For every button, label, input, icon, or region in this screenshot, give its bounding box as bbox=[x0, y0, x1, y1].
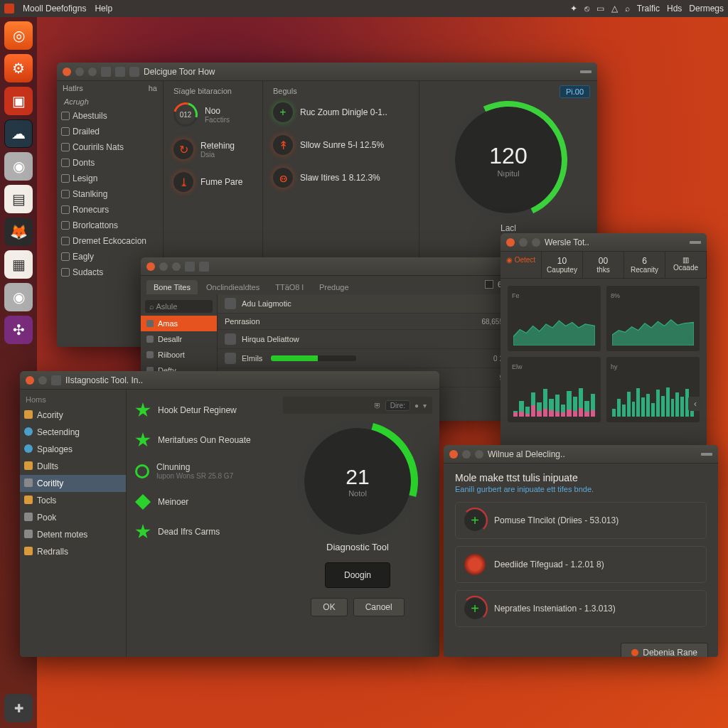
tab[interactable]: Preduge bbox=[312, 280, 356, 294]
sidebar-item[interactable]: Dullts bbox=[20, 458, 126, 475]
toolbar-tab[interactable]: 10Cauputey bbox=[542, 252, 583, 278]
tab-label: Oetect bbox=[515, 256, 535, 264]
search-icon[interactable]: ⌕ bbox=[625, 4, 630, 14]
sidebar-item[interactable]: Sectending bbox=[20, 424, 126, 441]
chevron-left-icon[interactable]: ‹ bbox=[688, 397, 702, 411]
launcher-gear[interactable]: ⚙ bbox=[4, 54, 33, 82]
launcher-app[interactable]: ✣ bbox=[4, 316, 33, 344]
sidebar-item[interactable]: Dremet Eckocacion bbox=[57, 233, 163, 249]
tray-demgs[interactable]: Dermegs bbox=[689, 4, 724, 14]
min-dash-icon[interactable] bbox=[580, 70, 592, 73]
close-button[interactable] bbox=[449, 450, 458, 459]
tab[interactable]: Onclindiealdtes bbox=[199, 280, 267, 294]
sidebar-item[interactable]: Ronecurs bbox=[57, 202, 163, 218]
titlebar[interactable]: Wilnue al Delecling.. bbox=[444, 445, 718, 464]
min-dash-icon[interactable] bbox=[690, 241, 701, 244]
diag-item[interactable]: Meritafues Oun Reouate bbox=[127, 425, 276, 455]
sidebar-item[interactable]: Donts bbox=[57, 155, 163, 171]
minimize-button[interactable] bbox=[159, 262, 168, 271]
run-button[interactable]: Doogin bbox=[325, 562, 390, 588]
sidebar-item[interactable]: Acority bbox=[20, 407, 126, 424]
diag-item[interactable]: Dead Ifrs Carms bbox=[127, 517, 276, 547]
row-label[interactable]: Hirqua Deliattow bbox=[242, 335, 299, 343]
maximize-button[interactable] bbox=[532, 238, 540, 247]
checkbox[interactable] bbox=[485, 280, 493, 289]
row-label[interactable]: Penrasion bbox=[225, 317, 260, 326]
sidebar-item[interactable]: Stanlking bbox=[57, 186, 163, 202]
cancel-button[interactable]: Canoel bbox=[353, 598, 405, 616]
toolbar-icon[interactable] bbox=[185, 262, 195, 272]
minimize-button[interactable] bbox=[75, 68, 84, 76]
stat-label: Ruc Zoum Dinigle 0-1.. bbox=[300, 107, 387, 117]
close-button[interactable] bbox=[63, 68, 71, 76]
launcher-firefox[interactable]: 🦊 bbox=[4, 218, 33, 246]
chevron-down-icon[interactable]: ▾ bbox=[423, 402, 427, 410]
toolbar-tab[interactable]: 6Recanity bbox=[624, 252, 665, 278]
tray-hds[interactable]: Hds bbox=[667, 4, 682, 14]
sidebar-item[interactable]: Lesign bbox=[57, 171, 163, 186]
sidebar-item[interactable]: Detent motes bbox=[20, 526, 126, 543]
tray-icon[interactable]: △ bbox=[611, 4, 618, 14]
minimize-button[interactable] bbox=[462, 450, 471, 459]
launcher-dash[interactable]: ◎ bbox=[4, 21, 33, 50]
tray-traffic[interactable]: Tralfic bbox=[637, 4, 660, 14]
menu-help[interactable]: Help bbox=[95, 4, 112, 14]
menu-app[interactable]: Mooll Deefofigns bbox=[23, 4, 86, 14]
toolbar-tab[interactable]: 00thks bbox=[583, 252, 624, 278]
close-button[interactable] bbox=[26, 376, 34, 385]
sidebar-item[interactable]: Tocls bbox=[20, 492, 126, 509]
toolbar-tab[interactable]: ◉ Oetect bbox=[500, 252, 542, 278]
search-input[interactable]: ⌕ Aslule bbox=[145, 300, 213, 313]
titlebar[interactable]: IIstagnostic Tool. In.. bbox=[20, 371, 439, 390]
toolbar-icon[interactable] bbox=[101, 67, 111, 77]
tab[interactable]: TTäO8 l bbox=[268, 280, 311, 294]
toolbar-tab[interactable]: ▥Ocaade bbox=[665, 252, 707, 278]
toolbar-icon[interactable] bbox=[51, 375, 61, 385]
tab[interactable]: Bone Tites bbox=[146, 280, 198, 294]
tray-icon[interactable]: ⎋ bbox=[584, 4, 589, 14]
launcher-notes[interactable]: ▦ bbox=[4, 250, 33, 279]
sidebar-item[interactable]: Couririls Nats bbox=[57, 139, 163, 155]
titlebar[interactable] bbox=[141, 257, 510, 276]
close-button[interactable] bbox=[146, 262, 155, 271]
maximize-button[interactable] bbox=[172, 262, 181, 271]
ok-button[interactable]: OK bbox=[311, 598, 347, 616]
sidebar-item[interactable]: Brorlcattons bbox=[57, 218, 163, 233]
sidebar-item[interactable]: Spaloges bbox=[20, 441, 126, 458]
dialog-option[interactable]: +Pomuse TIncilot (Driies - 53.013) bbox=[455, 502, 707, 539]
dialog-option[interactable]: Deediide Tifeguad - 1.2.01 8) bbox=[455, 546, 707, 583]
dialog-option[interactable]: +Nepratles Insteniation - 1.3.013) bbox=[455, 590, 707, 627]
sidebar-item[interactable]: Redralls bbox=[20, 543, 126, 560]
launcher-display[interactable]: ▣ bbox=[4, 87, 33, 115]
min-dash-icon[interactable] bbox=[701, 453, 712, 456]
minimize-button[interactable] bbox=[519, 238, 528, 247]
action-button[interactable]: Debenia Rane bbox=[621, 643, 708, 657]
launcher-camera[interactable]: ◉ bbox=[4, 152, 33, 181]
side-item[interactable]: Riiboort bbox=[141, 347, 217, 363]
diag-item[interactable]: Hook Detur Reginew bbox=[127, 395, 276, 425]
toolbar-icon[interactable] bbox=[199, 262, 209, 272]
row-label[interactable]: Elmils bbox=[242, 354, 262, 363]
tray-icon[interactable]: ✦ bbox=[570, 4, 577, 14]
row-label[interactable]: Adu Laigmotic bbox=[242, 299, 291, 308]
tray-icon[interactable]: ▭ bbox=[596, 4, 604, 14]
launcher-doc[interactable]: ▤ bbox=[4, 185, 33, 213]
sidebar-item[interactable]: Pook bbox=[20, 509, 126, 526]
minimize-button[interactable] bbox=[38, 376, 47, 385]
diag-item[interactable]: Meinoer bbox=[127, 487, 276, 517]
close-button[interactable] bbox=[506, 238, 515, 247]
toolbar-icon[interactable] bbox=[115, 67, 125, 77]
side-item[interactable]: Desallr bbox=[141, 331, 217, 347]
sidebar-item[interactable]: Coritlty bbox=[20, 475, 126, 492]
diag-item[interactable]: ClnuningIupon Wons SR 25.8 G7 bbox=[127, 455, 276, 487]
icon-button[interactable] bbox=[475, 450, 483, 459]
titlebar[interactable]: Delcigue Toor How bbox=[57, 63, 597, 81]
launcher-cloud[interactable]: ☁ bbox=[4, 119, 33, 148]
launcher-add[interactable]: ✚ bbox=[4, 694, 33, 722]
sidebar-item[interactable]: Abestuils bbox=[57, 108, 163, 124]
side-item[interactable]: Amas bbox=[141, 316, 217, 331]
sidebar-item[interactable]: Drailed bbox=[57, 124, 163, 139]
maximize-button[interactable] bbox=[88, 68, 97, 76]
titlebar[interactable]: Wersle Tot.. bbox=[500, 233, 707, 252]
launcher-camera2[interactable]: ◉ bbox=[4, 283, 33, 311]
